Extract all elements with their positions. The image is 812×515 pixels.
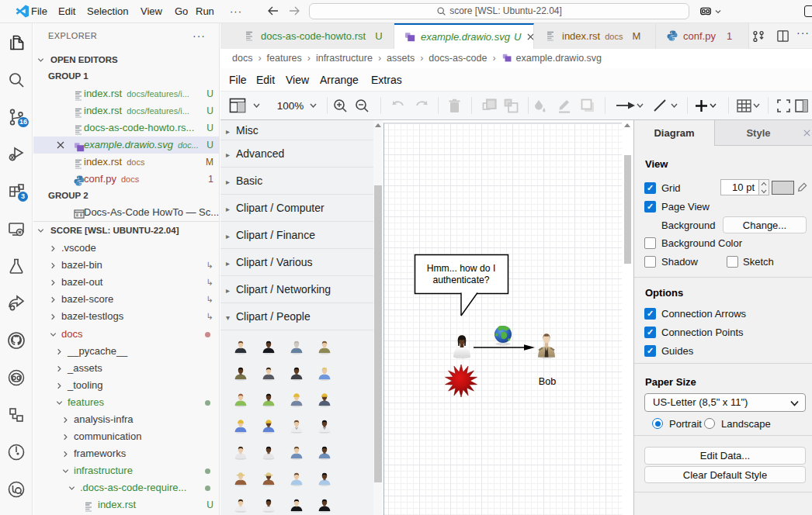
svg-text:Bob: Bob [539, 376, 556, 387]
svg-text:Hmm... how do I: Hmm... how do I [427, 263, 496, 274]
svg-text:authenticate?: authenticate? [432, 275, 489, 285]
